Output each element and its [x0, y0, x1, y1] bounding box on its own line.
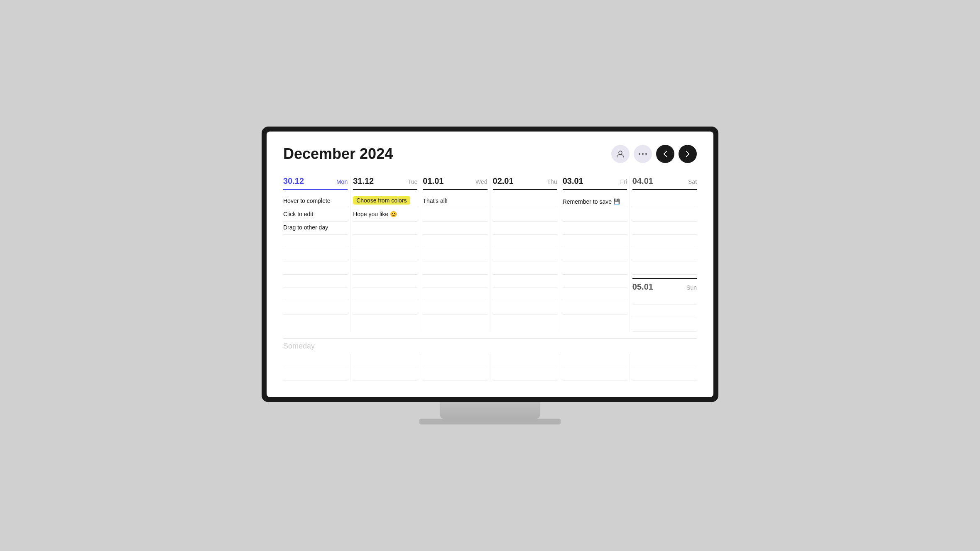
empty-row	[632, 261, 697, 275]
empty-row	[283, 288, 348, 301]
task-item-highlighted[interactable]: Choose from colors	[353, 195, 417, 208]
task-item[interactable]: Hover to complete	[283, 195, 348, 208]
day-number-4: 03.01	[563, 176, 583, 186]
empty-row	[283, 248, 348, 261]
day-name-3: Thu	[547, 178, 557, 185]
prev-button[interactable]	[656, 145, 674, 163]
empty-row	[353, 288, 417, 301]
day-header-0: 30.12 Mon	[283, 176, 348, 190]
svg-point-3	[645, 153, 647, 155]
empty-row	[353, 275, 417, 288]
calendar-grid: 30.12 Mon Hover to complete Click to edi…	[283, 176, 697, 332]
empty-row	[563, 301, 627, 315]
empty-row	[283, 275, 348, 288]
task-list-3	[493, 195, 557, 315]
calendar-title: December 2024	[283, 145, 393, 163]
empty-row	[353, 367, 417, 380]
extra-day-header: 05.01 Sun	[632, 278, 697, 292]
someday-col-1	[350, 354, 420, 380]
empty-row	[493, 288, 557, 301]
empty-row	[423, 248, 487, 261]
task-list-5: 05.01 Sun	[632, 195, 697, 332]
day-column-4: 03.01 Fri Remember to save 💾	[560, 176, 630, 332]
empty-row	[423, 235, 487, 248]
empty-row	[423, 288, 487, 301]
save-icon: 💾	[613, 198, 620, 205]
monitor-stand	[440, 402, 540, 419]
empty-row	[493, 261, 557, 275]
empty-row	[493, 301, 557, 315]
someday-section: Someday	[283, 338, 697, 380]
empty-row	[563, 261, 627, 275]
empty-row	[353, 354, 417, 367]
task-list-2: That's all!	[423, 195, 487, 315]
task-item[interactable]: Click to edit	[283, 208, 348, 222]
empty-row	[632, 305, 697, 318]
empty-row	[632, 367, 697, 380]
empty-row	[632, 292, 697, 305]
empty-row	[563, 208, 627, 222]
someday-col-2	[420, 354, 490, 380]
task-item[interactable]: That's all!	[423, 195, 487, 208]
empty-row	[423, 261, 487, 275]
empty-row	[423, 354, 487, 367]
svg-point-1	[639, 153, 640, 155]
task-item[interactable]: Hope you like 😊	[353, 208, 417, 222]
task-list-0: Hover to complete Click to edit Drag to …	[283, 195, 348, 315]
empty-row	[353, 235, 417, 248]
day-header-4: 03.01 Fri	[563, 176, 627, 190]
day-column-3: 02.01 Thu	[490, 176, 560, 332]
someday-col-4	[560, 354, 630, 380]
someday-col-3	[490, 354, 560, 380]
empty-row	[283, 354, 348, 367]
empty-row	[632, 318, 697, 332]
empty-row	[493, 235, 557, 248]
menu-button[interactable]	[634, 145, 652, 163]
empty-row	[493, 222, 557, 235]
empty-row	[283, 301, 348, 315]
empty-row	[563, 275, 627, 288]
svg-point-2	[642, 153, 644, 155]
empty-row	[563, 367, 627, 380]
empty-row	[423, 208, 487, 222]
task-item[interactable]: Remember to save 💾	[563, 195, 627, 208]
day-number-3: 02.01	[493, 176, 514, 186]
empty-row	[563, 288, 627, 301]
empty-row	[353, 248, 417, 261]
header-actions	[611, 145, 697, 163]
empty-row	[423, 275, 487, 288]
day-header-1: 31.12 Tue	[353, 176, 417, 190]
empty-row	[563, 235, 627, 248]
day-header-3: 02.01 Thu	[493, 176, 557, 190]
extra-day-number: 05.01	[632, 282, 653, 292]
empty-row	[563, 248, 627, 261]
day-name-4: Fri	[620, 178, 627, 185]
day-column-1: 31.12 Tue Choose from colors Hope you li…	[350, 176, 420, 332]
empty-row	[353, 222, 417, 235]
empty-row	[283, 235, 348, 248]
day-column-5: 04.01 Sat 05.01	[630, 176, 697, 332]
empty-row	[632, 222, 697, 235]
day-number-0: 30.12	[283, 176, 304, 186]
empty-row	[423, 367, 487, 380]
day-header-2: 01.01 Wed	[423, 176, 487, 190]
someday-col-0	[283, 354, 350, 380]
calendar-header: December 2024	[283, 145, 697, 163]
empty-row	[493, 354, 557, 367]
empty-row	[632, 235, 697, 248]
day-name-5: Sat	[688, 178, 697, 185]
someday-label: Someday	[283, 342, 315, 350]
empty-row	[493, 195, 557, 208]
empty-row	[423, 222, 487, 235]
someday-col-5	[630, 354, 697, 380]
day-name-0: Mon	[336, 178, 348, 185]
day-number-1: 31.12	[353, 176, 374, 186]
empty-row	[563, 222, 627, 235]
profile-button[interactable]	[611, 145, 630, 163]
next-button[interactable]	[679, 145, 697, 163]
empty-row	[493, 275, 557, 288]
day-column-2: 01.01 Wed That's all!	[420, 176, 490, 332]
task-item[interactable]: Drag to other day	[283, 222, 348, 235]
day-name-1: Tue	[408, 178, 418, 185]
empty-row	[632, 248, 697, 261]
